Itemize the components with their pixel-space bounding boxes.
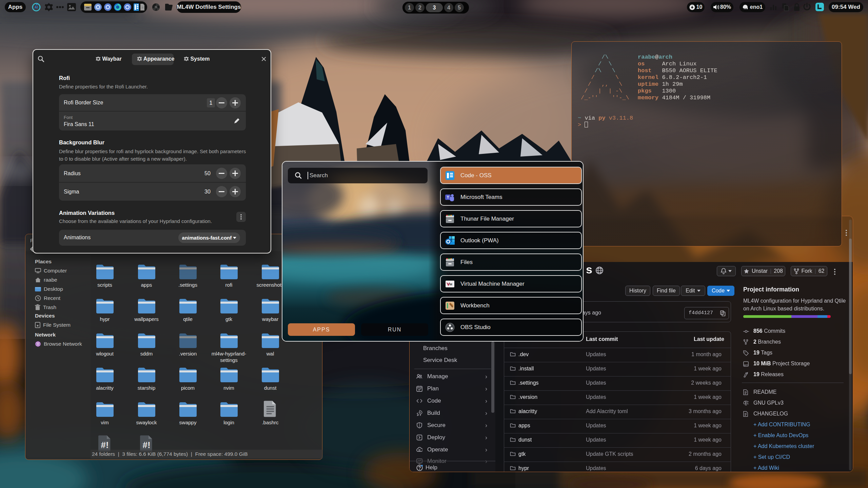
svg-text:?: ? xyxy=(141,6,143,9)
svg-text:AI: AI xyxy=(35,5,38,9)
svg-text:T: T xyxy=(447,195,449,199)
